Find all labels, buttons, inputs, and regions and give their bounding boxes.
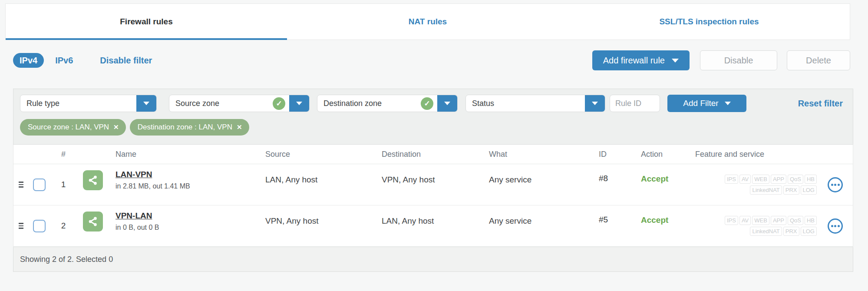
feature-service-cell: IPS AV WEB APP QoS HB LinkedNAT PRX LOG <box>686 216 817 236</box>
column-header-id: ID <box>591 150 628 159</box>
feature-service-cell: IPS AV WEB APP QoS HB LinkedNAT PRX LOG <box>686 175 817 195</box>
destination-zone-dropdown-button[interactable] <box>437 95 457 112</box>
rule-what: Any service <box>482 205 591 226</box>
feature-badges: IPS AV WEB APP QoS HB LinkedNAT PRX LOG <box>710 175 817 195</box>
feature-badge: PRX <box>783 185 799 195</box>
feature-badge: LinkedNAT <box>750 185 782 195</box>
status-dropdown-label: Status <box>466 99 585 108</box>
feature-badge: APP <box>771 175 786 184</box>
feature-badge: LOG <box>801 227 817 236</box>
status-dropdown-button[interactable] <box>585 95 605 112</box>
feature-badge: LOG <box>801 185 817 195</box>
filter-applied-check-icon <box>421 97 433 110</box>
column-header-action: Action <box>628 150 686 159</box>
feature-badge: HB <box>805 216 817 225</box>
feature-badge: QoS <box>788 175 803 184</box>
chevron-down-icon <box>143 102 149 105</box>
column-header-number: # <box>50 150 76 159</box>
column-header-feature-service: Feature and service <box>686 150 817 159</box>
chevron-down-icon <box>672 59 679 63</box>
drag-handle-icon[interactable] <box>19 223 23 229</box>
rule-action: Accept <box>628 164 686 184</box>
tab-nat-rules[interactable]: NAT rules <box>287 4 568 40</box>
feature-badge: QoS <box>788 216 803 225</box>
main-content: Rule type Source zone Destination zone <box>13 89 853 272</box>
ipv6-toggle[interactable]: IPv6 <box>55 56 73 66</box>
destination-zone-dropdown-label: Destination zone <box>317 99 421 108</box>
feature-badge: APP <box>771 216 786 225</box>
disable-button[interactable]: Disable <box>700 50 777 70</box>
feature-badges: IPS AV WEB APP QoS HB LinkedNAT PRX LOG <box>710 216 817 236</box>
table-header-row: # Name Source Destination What ID Action… <box>13 145 853 164</box>
feature-badge: PRX <box>783 227 799 236</box>
tab-firewall-rules[interactable]: Firewall rules <box>6 4 287 40</box>
delete-button[interactable]: Delete <box>787 50 850 70</box>
reset-filter-link[interactable]: Reset filter <box>798 99 843 109</box>
rules-tabbar: Firewall rules NAT rules SSL/TLS inspect… <box>5 3 850 40</box>
ipv4-toggle[interactable]: IPv4 <box>13 53 44 68</box>
source-zone-dropdown-label: Source zone <box>169 99 273 108</box>
feature-badge: WEB <box>752 216 769 225</box>
rule-name-link[interactable]: LAN-VPN <box>116 170 152 179</box>
rule-traffic-stats: in 2.81 MB, out 1.41 MB <box>116 182 257 190</box>
table-row: 2 VPN-LAN in 0 B, out 0 B VPN, Any host … <box>13 205 853 247</box>
filter-chip-label: Source zone : LAN, VPN <box>28 123 109 132</box>
table-footer: Showing 2 of 2. Selected 0 <box>13 247 853 272</box>
rule-type-dropdown[interactable]: Rule type <box>20 95 157 112</box>
row-actions-menu-icon[interactable] <box>828 177 843 192</box>
rule-id-input[interactable] <box>610 95 660 112</box>
remove-filter-icon[interactable] <box>113 123 119 131</box>
column-header-name: Name <box>109 150 257 159</box>
active-filter-chips: Source zone : LAN, VPN Destination zone … <box>20 119 846 136</box>
chevron-down-icon <box>592 102 598 105</box>
row-number: 1 <box>50 180 76 189</box>
feature-badge: IPS <box>725 175 738 184</box>
destination-zone-dropdown[interactable]: Destination zone <box>317 95 458 112</box>
feature-badge: AV <box>739 175 751 184</box>
rule-id: #5 <box>591 205 628 225</box>
chevron-down-icon <box>725 102 731 105</box>
drag-handle-icon[interactable] <box>19 182 23 188</box>
rule-type-dropdown-label: Rule type <box>20 99 136 108</box>
table-row: 1 LAN-VPN in 2.81 MB, out 1.41 MB LAN, A… <box>13 164 853 205</box>
filter-row: Rule type Source zone Destination zone <box>20 95 846 112</box>
row-number: 2 <box>50 221 76 231</box>
feature-badge: IPS <box>725 216 738 225</box>
feature-badge: WEB <box>752 175 769 184</box>
filter-chip-label: Destination zone : LAN, VPN <box>138 123 232 132</box>
firewall-rules-table: # Name Source Destination What ID Action… <box>13 145 853 247</box>
rule-name-cell: LAN-VPN in 2.81 MB, out 1.41 MB <box>109 164 257 190</box>
toolbar: IPv4 IPv6 Disable filter Add firewall ru… <box>13 50 850 70</box>
rule-source: VPN, Any host <box>257 205 376 226</box>
column-header-source: Source <box>257 150 376 159</box>
row-actions-menu-icon[interactable] <box>828 218 843 234</box>
add-firewall-rule-button[interactable]: Add firewall rule <box>592 50 690 70</box>
feature-badge: AV <box>739 216 751 225</box>
disable-filter-link[interactable]: Disable filter <box>100 56 152 66</box>
filter-applied-check-icon <box>273 97 285 110</box>
filter-panel: Rule type Source zone Destination zone <box>13 89 853 145</box>
row-checkbox[interactable] <box>33 179 46 191</box>
feature-badge: LinkedNAT <box>750 227 782 236</box>
rule-source: LAN, Any host <box>257 164 376 185</box>
remove-filter-icon[interactable] <box>237 123 242 131</box>
rule-name-cell: VPN-LAN in 0 B, out 0 B <box>109 205 257 231</box>
rule-what: Any service <box>482 164 591 185</box>
filter-chip-destination-zone: Destination zone : LAN, VPN <box>130 119 249 136</box>
add-firewall-rule-label: Add firewall rule <box>603 56 665 66</box>
feature-badge: HB <box>805 175 817 184</box>
source-zone-dropdown[interactable]: Source zone <box>169 95 310 112</box>
rule-destination: LAN, Any host <box>376 205 482 226</box>
rule-type-dropdown-button[interactable] <box>136 95 156 112</box>
add-filter-button[interactable]: Add Filter <box>667 95 746 112</box>
rule-name-link[interactable]: VPN-LAN <box>116 211 152 221</box>
row-checkbox[interactable] <box>33 220 46 232</box>
tab-ssl-tls-inspection-rules[interactable]: SSL/TLS inspection rules <box>568 4 850 40</box>
filter-chip-source-zone: Source zone : LAN, VPN <box>20 119 126 136</box>
column-header-destination: Destination <box>376 150 482 159</box>
rule-traffic-stats: in 0 B, out 0 B <box>116 224 257 231</box>
zone-to-zone-share-icon <box>83 212 103 231</box>
status-dropdown[interactable]: Status <box>465 95 605 112</box>
rule-action: Accept <box>628 205 686 225</box>
source-zone-dropdown-button[interactable] <box>289 95 309 112</box>
